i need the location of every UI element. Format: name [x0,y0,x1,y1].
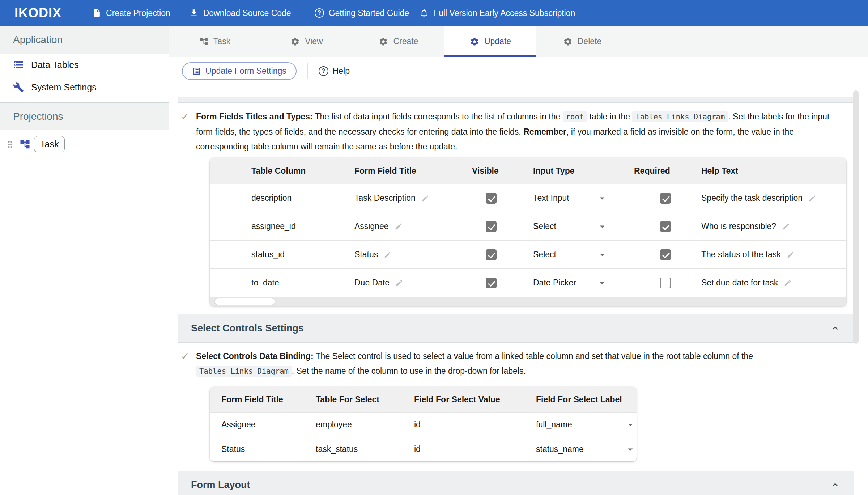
header-form-field-title: Form Field Title [221,395,316,405]
edit-icon[interactable] [784,279,792,287]
section-title: Select Controls Settings [191,323,304,334]
tab-delete[interactable]: Delete [536,26,628,57]
help-icon: ? [319,66,328,76]
topbar-divider [303,6,303,20]
visible-checkbox[interactable] [486,193,497,204]
vertical-scrollbar-thumb[interactable] [853,90,859,344]
input-type-select[interactable]: Text Input [533,193,569,203]
bell-icon [419,8,429,18]
update-form-settings-label: Update Form Settings [205,66,286,76]
table-row: Status task_status id status_name [210,437,637,461]
topbar-divider [77,6,77,20]
help-button[interactable]: ? Help [319,66,350,76]
form-field-title-value: Status [354,250,378,259]
check-icon [181,109,190,154]
chevron-up-icon[interactable] [830,323,841,334]
sidebar-section-application: Application [0,26,169,54]
subscription-button[interactable]: Full Version Early Access Subscription [419,8,575,18]
projections-header-label: Projections [13,111,63,122]
code-root: root [563,111,587,122]
create-projection-button[interactable]: Create Projection [92,8,170,18]
required-checkbox[interactable] [660,249,671,260]
chevron-down-icon[interactable] [625,419,636,430]
edit-icon[interactable] [421,194,429,202]
required-checkbox[interactable] [660,278,671,288]
table-row: to_date Due Date Date Picker Set due dat… [210,268,846,297]
toolbar: Update Form Settings ? Help [169,57,868,85]
field-for-select-value: id [414,444,536,454]
field-for-select-label-select[interactable]: full_name [536,420,572,430]
chevron-up-icon[interactable] [830,479,841,490]
edit-icon[interactable] [782,223,790,230]
edit-icon[interactable] [384,251,392,259]
form-fields-table: Table Column Form Field Title Visible In… [210,158,846,306]
input-type-select[interactable]: Date Picker [533,278,576,288]
form-fields-table-header: Table Column Form Field Title Visible In… [210,158,846,184]
sidebar-item-data-tables[interactable]: Data Tables [0,54,169,76]
field-for-select-label-select[interactable]: status_name [536,444,584,454]
input-type-select[interactable]: Select [533,221,556,231]
chevron-down-icon[interactable] [625,444,636,455]
app-window: IKODIX Create Projection Download Source… [0,0,868,495]
select-controls-table-header: Form Field Title Table For Select Field … [210,387,637,412]
wrench-icon [13,82,24,93]
projection-task-chip[interactable]: Task [34,136,65,152]
section-form-layout[interactable]: Form Layout [178,471,854,495]
main-area: Task View Create [169,26,868,495]
drag-handle-icon[interactable] [5,139,15,149]
intro-text: table in the [587,112,632,121]
table-for-select-value: employee [316,420,414,430]
edit-icon[interactable] [787,251,795,259]
check-icon [181,349,190,379]
toolbar-divider [307,63,308,79]
code-tables-links-diagram: Tables Links Diagram [632,111,728,122]
table-horizontal-scrollbar[interactable] [210,297,846,306]
table-row: Assignee employee id full_name [210,412,637,437]
horizontal-scrollbar-thumb[interactable] [215,298,275,305]
table-row: assignee_id Assignee Select Who is respo… [210,212,846,240]
intro-text: The list of data input fields correspond… [313,112,563,121]
chevron-down-icon[interactable] [597,221,608,232]
form-field-title-value: Status [221,444,316,454]
tab-update[interactable]: Update [444,26,536,57]
getting-started-guide-button[interactable]: ? Getting Started Guide [315,8,409,18]
system-settings-label: System Settings [31,82,97,93]
visible-checkbox[interactable] [486,221,497,232]
tab-task[interactable]: Task [169,26,261,57]
edit-icon[interactable] [395,223,403,230]
form-fields-intro-text: Form Fields Titles and Types: The list o… [196,109,832,154]
section-select-controls-settings[interactable]: Select Controls Settings [178,314,854,343]
tab-view[interactable]: View [261,26,353,57]
chevron-down-icon[interactable] [597,278,608,288]
table-column-value: assignee_id [251,221,354,231]
edit-icon[interactable] [395,279,403,287]
tree-icon [199,37,208,46]
help-text-value: Who is responsible? [701,221,776,231]
table-column-value: to_date [251,278,354,288]
chevron-down-icon[interactable] [597,249,608,260]
required-checkbox[interactable] [660,193,671,204]
chevron-down-icon[interactable] [597,193,608,204]
header-table-column: Table Column [251,166,354,176]
intro-bold: Remember [523,127,566,136]
code-tables-links-diagram: Tables Links Diagram [196,366,292,377]
visible-checkbox[interactable] [486,278,497,288]
visible-checkbox[interactable] [486,249,497,260]
sidebar-item-system-settings[interactable]: System Settings [0,76,169,98]
table-for-select-value: task_status [316,444,414,454]
tab-create[interactable]: Create [353,26,444,57]
help-text-value: Specify the task description [701,193,803,203]
required-checkbox[interactable] [660,221,671,232]
download-source-code-button[interactable]: Download Source Code [189,8,291,18]
form-fields-intro: Form Fields Titles and Types: The list o… [181,109,868,154]
intro-bold: Form Fields Titles and Types: [196,112,313,121]
header-visible: Visible [472,166,533,176]
tab-task-label: Task [213,37,230,46]
intro-text: . Set the name of the column to use in t… [292,366,526,376]
update-form-settings-button[interactable]: Update Form Settings [182,62,297,80]
table-column-value: description [251,193,354,203]
input-type-select[interactable]: Select [533,250,556,259]
edit-icon[interactable] [808,194,816,202]
top-bar: IKODIX Create Projection Download Source… [0,0,868,26]
create-projection-label: Create Projection [106,8,170,18]
